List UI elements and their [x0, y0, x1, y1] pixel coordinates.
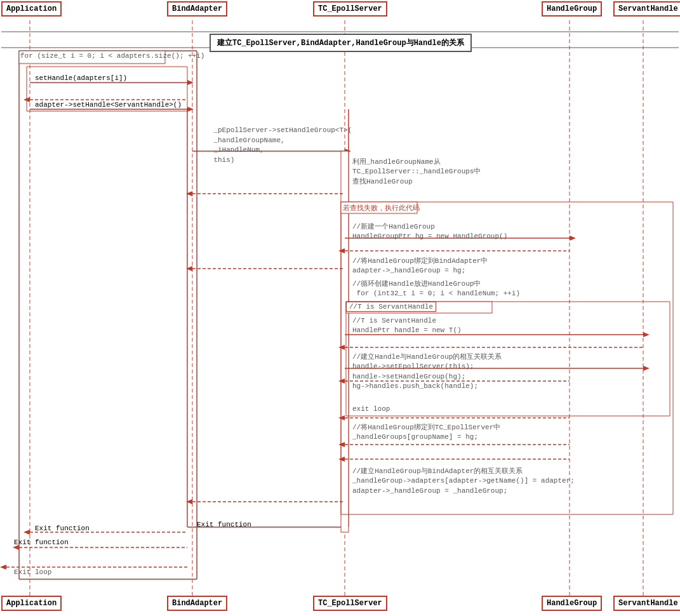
actor-servanthandle-bottom: ServantHandle — [613, 596, 680, 611]
msg-new-handlegroup: //新建一个HandleGroup HandleGroupPtr hg = ne… — [352, 222, 507, 242]
msg-sethandlegroup: _pEpollServer->setHandleGroup<T>( _handl… — [197, 116, 352, 175]
msg-loop-handle: //循环创建Handle放进HandleGroup中 for (int32_t … — [352, 279, 520, 299]
inner-loop-label: //T is ServantHandle — [346, 302, 436, 312]
msg-hg-bindadapter-rel: //建立HandleGroup与BindAdapter的相互关联关系 _hand… — [352, 467, 575, 496]
msg-sethandle-servant: adapter->setHandle<ServantHandle>() — [35, 101, 182, 109]
svg-marker-63 — [23, 530, 30, 535]
msg-handle-relations: //建立Handle与HandleGroup的相互关联关系 handle->se… — [352, 352, 502, 392]
msg-bind-hg-tc: //将HandleGroup绑定到TC_EpollServer中 _handle… — [352, 423, 500, 443]
svg-marker-47 — [643, 332, 650, 337]
actor-application-top: Application — [1, 1, 62, 17]
msg-find-handlegroup: 利用_handleGroupName从 TC_EpollServer::_han… — [352, 157, 481, 187]
svg-marker-67 — [0, 565, 6, 570]
msg-exit-func-1: Exit function — [35, 525, 90, 532]
msg-sethandle: setHandle(adapters[i]) — [35, 74, 127, 82]
actor-servanthandle-top: ServantHandle — [613, 1, 680, 17]
msg-exit-func-2: Exit function — [14, 539, 69, 546]
actor-tcepollserver-bottom: TC_EpollServer — [313, 596, 387, 611]
actor-handlegroup-top: HandleGroup — [542, 1, 602, 17]
sequence-diagram: Application BindAdapter TC_EpollServer H… — [0, 0, 680, 616]
inner-exit-loop: exit loop — [352, 405, 390, 413]
msg-exit-func-inner: Exit function — [197, 521, 251, 528]
actor-bindadapter-bottom: BindAdapter — [167, 596, 227, 611]
actor-application-bottom: Application — [1, 596, 62, 611]
actor-tcepollserver-top: TC_EpollServer — [313, 1, 387, 17]
svg-marker-41 — [570, 236, 576, 241]
svg-layer — [0, 0, 680, 616]
alt-label: 若查找失败，执行此代码 — [343, 203, 420, 213]
svg-marker-51 — [643, 366, 650, 371]
outer-loop-label: for (size_t i = 0; i < adapters.size(); … — [20, 52, 204, 60]
msg-new-handle: //T is ServantHandle HandlePtr handle = … — [352, 316, 462, 336]
msg-set-hg-adapter: //将HandleGroup绑定到BindAdapter中 adapter->_… — [352, 257, 488, 276]
diagram-title: 建立TC_EpollServer,BindAdapter,HandleGroup… — [210, 34, 472, 52]
actor-handlegroup-bottom: HandleGroup — [542, 596, 602, 611]
outer-exit-loop: Exit loop — [14, 568, 51, 576]
actor-bindadapter-top: BindAdapter — [167, 1, 227, 17]
